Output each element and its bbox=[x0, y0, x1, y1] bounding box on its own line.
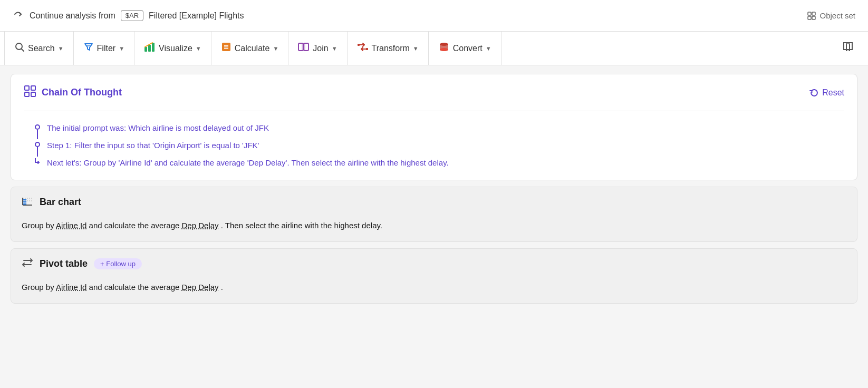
bar-chart-icon bbox=[22, 196, 33, 209]
reset-label: Reset bbox=[822, 88, 844, 98]
cot-step-1: Step 1: Filter the input so that 'Origin… bbox=[47, 139, 259, 150]
calculate-icon bbox=[221, 42, 232, 55]
svg-rect-17 bbox=[358, 44, 360, 46]
pivot-table-icon bbox=[22, 257, 33, 270]
bar-chart-card: Bar chart Group by Airline Id and calcul… bbox=[11, 187, 857, 242]
filter-icon bbox=[83, 42, 94, 55]
svg-rect-22 bbox=[31, 86, 35, 90]
follow-up-badge[interactable]: + Follow up bbox=[94, 258, 142, 269]
svg-point-20 bbox=[440, 48, 448, 51]
convert-chevron: ▼ bbox=[486, 45, 491, 52]
visualize-chevron: ▼ bbox=[196, 45, 201, 52]
object-set-label: Object set bbox=[819, 11, 855, 20]
cot-title: Chain Of Thought bbox=[42, 87, 122, 98]
svg-line-5 bbox=[22, 49, 24, 52]
visualize-label: Visualize bbox=[159, 44, 192, 53]
transform-label: Transform bbox=[372, 44, 410, 53]
cot-steps: The initial prompt was: Which airline is… bbox=[24, 122, 844, 167]
calculate-chevron: ▼ bbox=[273, 45, 278, 52]
pivot-table-title: Pivot table bbox=[40, 258, 88, 269]
ar-badge: $AR bbox=[121, 10, 143, 21]
svg-rect-7 bbox=[144, 47, 147, 52]
svg-rect-2 bbox=[808, 16, 811, 20]
pivot-table-body: Group by Airline Id and calculate the av… bbox=[11, 277, 857, 303]
cot-title-group: Chain Of Thought bbox=[24, 85, 122, 100]
chain-of-thought-card: Chain Of Thought Reset The initial promp… bbox=[11, 74, 857, 180]
bar-chart-title: Bar chart bbox=[40, 197, 81, 208]
transform-chevron: ▼ bbox=[413, 45, 419, 52]
svg-rect-18 bbox=[366, 48, 368, 50]
bar-chart-body: Group by Airline Id and calculate the av… bbox=[11, 215, 857, 241]
book-icon bbox=[842, 41, 854, 56]
calculate-button[interactable]: Calculate ▼ bbox=[211, 32, 289, 65]
svg-rect-0 bbox=[808, 12, 811, 15]
pivot-dep-delay: Dep Delay bbox=[182, 283, 219, 292]
filter-chevron: ▼ bbox=[119, 45, 124, 52]
convert-icon bbox=[438, 41, 450, 55]
visualize-button[interactable]: Visualize ▼ bbox=[134, 32, 211, 65]
pivot-table-header: Pivot table + Follow up bbox=[11, 249, 857, 277]
toolbar: Search ▼ Filter ▼ Visualize ▼ bbox=[0, 32, 868, 65]
svg-rect-3 bbox=[812, 16, 815, 20]
filter-label: Filter bbox=[97, 44, 116, 53]
search-button[interactable]: Search ▼ bbox=[4, 32, 74, 65]
transform-button[interactable]: Transform ▼ bbox=[348, 32, 429, 65]
search-label: Search bbox=[28, 44, 55, 53]
reset-button[interactable]: Reset bbox=[809, 88, 844, 98]
convert-button[interactable]: Convert ▼ bbox=[429, 32, 501, 65]
continue-section: Continue analysis from $AR Filtered [Exa… bbox=[13, 8, 244, 23]
bar-chart-header: Bar chart bbox=[11, 187, 857, 215]
book-button[interactable] bbox=[832, 36, 864, 60]
join-chevron: ▼ bbox=[332, 45, 337, 52]
svg-rect-24 bbox=[31, 92, 35, 96]
bar-chart-dep-delay: Dep Delay bbox=[182, 221, 219, 230]
continue-icon bbox=[13, 8, 24, 23]
bar-chart-airline-id: Airline Id bbox=[56, 221, 86, 230]
svg-rect-8 bbox=[148, 45, 151, 52]
top-bar: Continue analysis from $AR Filtered [Exa… bbox=[0, 0, 868, 32]
main-content: Chain Of Thought Reset The initial promp… bbox=[0, 65, 868, 312]
pivot-airline-id: Airline Id bbox=[56, 283, 86, 292]
svg-rect-21 bbox=[25, 86, 29, 90]
svg-rect-9 bbox=[152, 43, 155, 52]
svg-rect-1 bbox=[812, 12, 815, 15]
filtered-label: Filtered [Example] Flights bbox=[149, 11, 244, 21]
join-icon bbox=[298, 42, 310, 55]
filter-button[interactable]: Filter ▼ bbox=[74, 32, 134, 65]
cot-icon bbox=[24, 85, 36, 100]
transform-icon bbox=[357, 42, 369, 55]
cot-step-0: The initial prompt was: Which airline is… bbox=[47, 122, 269, 132]
continue-label: Continue analysis from bbox=[30, 11, 115, 21]
convert-label: Convert bbox=[453, 44, 483, 53]
calculate-label: Calculate bbox=[235, 44, 270, 53]
join-button[interactable]: Join ▼ bbox=[288, 32, 347, 65]
pivot-table-card: Pivot table + Follow up Group by Airline… bbox=[11, 248, 857, 304]
object-set[interactable]: Object set bbox=[807, 11, 855, 21]
search-icon bbox=[14, 42, 25, 55]
visualize-icon bbox=[144, 42, 156, 55]
svg-rect-16 bbox=[302, 43, 305, 51]
cot-step-2: Next let's: Group by 'Airline Id' and ca… bbox=[47, 157, 449, 167]
svg-rect-23 bbox=[25, 92, 29, 96]
cot-header: Chain Of Thought Reset bbox=[24, 85, 844, 100]
cot-divider bbox=[24, 111, 844, 111]
join-label: Join bbox=[313, 44, 328, 53]
search-chevron: ▼ bbox=[58, 45, 64, 52]
